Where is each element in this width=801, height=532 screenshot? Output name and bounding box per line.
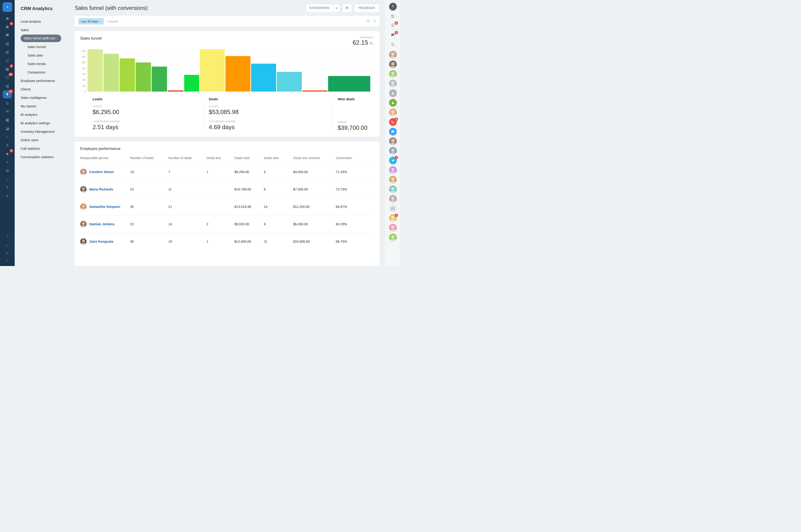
filter-chip-label: Last 30 days xyxy=(81,20,98,23)
sidebar-item-call-statistics[interactable]: Call statistics xyxy=(21,144,70,153)
documents-icon[interactable]: ▥ xyxy=(3,48,12,56)
funnel-bar-6[interactable] xyxy=(168,91,183,92)
feedback-button[interactable]: FEEDBACK xyxy=(354,4,379,13)
sidebar-item-comparison[interactable]: Comparison xyxy=(21,68,70,76)
funnel-bar-3[interactable] xyxy=(120,58,135,92)
telephony-calls[interactable]: 3 xyxy=(389,118,397,126)
filter-chip[interactable]: Last 30 days × xyxy=(78,18,104,24)
person-name-link[interactable]: Samantha Simpson xyxy=(89,205,120,209)
sidebar-item-lead-analysis[interactable]: Lead analysis xyxy=(21,17,70,26)
funnel-bar-10[interactable] xyxy=(251,64,276,92)
user-avatar[interactable] xyxy=(389,109,397,116)
extensions-button[interactable]: EXTENSIONS ▾ xyxy=(306,4,340,13)
sidebar-item-my-reports[interactable]: My reports xyxy=(21,102,70,110)
person-name-link[interactable]: Maria Richards xyxy=(89,188,113,191)
private-chat[interactable] xyxy=(389,89,397,97)
history-icon[interactable]: ↻ xyxy=(389,12,397,20)
user-avatar[interactable] xyxy=(389,224,397,232)
sidebar-item-sales-funnel[interactable]: Sales funnel xyxy=(21,42,70,51)
user-avatar[interactable]: 1 xyxy=(389,214,397,222)
stat-lifespan: Deal lifespan average4.69 days xyxy=(209,120,328,131)
funnel-bar-2[interactable] xyxy=(104,54,119,92)
funnel-bar-8[interactable] xyxy=(200,49,225,92)
close-menu-button[interactable]: × xyxy=(2,2,12,12)
person-name-link[interactable]: Caroline Simon xyxy=(89,170,114,174)
chip-remove-icon[interactable]: × xyxy=(100,20,102,23)
user-avatar[interactable] xyxy=(389,51,397,59)
catalog-icon[interactable]: ▩ xyxy=(3,116,12,124)
developer-icon[interactable]: ‹› xyxy=(3,133,12,141)
helpdesk-icon[interactable]: ? xyxy=(389,3,397,11)
e-store-icon[interactable]: ⊞ xyxy=(3,167,12,175)
sidebar-item-conversation-statistics[interactable]: Conversation statistics xyxy=(21,153,70,161)
search-icon[interactable] xyxy=(389,41,397,49)
table-cell: 64.29% xyxy=(336,215,374,233)
user-avatar[interactable] xyxy=(389,147,397,155)
bi-analytics-icon[interactable]: ◪ xyxy=(3,124,12,132)
funnel-bar-5[interactable] xyxy=(152,66,167,92)
person-name-link[interactable]: Zaire Kongsala xyxy=(89,240,113,243)
copilot-icon[interactable]: 1 xyxy=(389,32,397,39)
add-icon[interactable]: + xyxy=(3,257,12,264)
company-icon[interactable]: ⌂ xyxy=(3,175,12,183)
funnel-bar-4[interactable] xyxy=(135,62,151,92)
structure-icon[interactable]: ◇ xyxy=(3,242,12,249)
sidebar-item-sales-intelligence[interactable]: Sales Intelligence xyxy=(21,93,70,102)
employees-icon[interactable]: ◫ xyxy=(3,57,12,64)
drive-icon[interactable]: ▤ xyxy=(3,40,12,48)
user-avatar[interactable] xyxy=(389,60,397,68)
user-avatar[interactable] xyxy=(389,233,397,241)
settings-icon[interactable] xyxy=(3,249,12,256)
user-avatar[interactable] xyxy=(389,176,397,184)
sidebar-item-inventory-management[interactable]: Inventory Management xyxy=(21,127,70,136)
user-avatar[interactable] xyxy=(389,70,397,78)
done-icon[interactable]: ✔ xyxy=(3,192,12,200)
funnel-bar-13[interactable] xyxy=(328,76,370,92)
sign-icon[interactable]: ✎ xyxy=(3,184,12,192)
crm-icon[interactable]: 17 xyxy=(3,91,12,98)
sidebar-item-sales-trends[interactable]: Sales trends xyxy=(21,59,70,68)
help-icon[interactable]: ? xyxy=(3,234,12,241)
sidebar-item-bi-analytics[interactable]: BI analytics xyxy=(21,110,70,119)
mail-icon[interactable]: ✉ xyxy=(3,107,12,115)
support-bot[interactable] xyxy=(389,128,397,135)
contact-center[interactable] xyxy=(389,205,397,212)
sidebar-item-employee-performance[interactable]: Employee performance xyxy=(21,76,70,85)
messenger-icon[interactable] xyxy=(3,31,12,39)
user-avatar[interactable] xyxy=(389,137,397,145)
user-avatar[interactable] xyxy=(389,80,397,88)
funnel-bar-1[interactable] xyxy=(88,49,103,92)
user-avatar[interactable] xyxy=(389,186,397,193)
tasks-icon[interactable]: ☑27 xyxy=(3,74,12,81)
sidebar-item-online-store[interactable]: Online store xyxy=(21,136,70,144)
live-feed-icon[interactable]: ◉ xyxy=(3,14,12,22)
chevron-down-icon[interactable]: ▾ xyxy=(333,4,340,12)
settings-button[interactable] xyxy=(342,4,352,13)
filter-search-bar[interactable]: Last 30 days × + search × xyxy=(75,16,379,26)
calendar-icon[interactable]: ▦1 xyxy=(3,65,12,73)
funnel-bar-7[interactable] xyxy=(184,75,199,92)
workspace-icon[interactable]: ▣4 xyxy=(3,23,12,31)
marketing-icon[interactable]: ◎ xyxy=(3,99,12,107)
sidebar-item-clients[interactable]: Clients xyxy=(21,85,70,93)
clear-filter-icon[interactable]: × xyxy=(374,19,376,23)
crm-card-icon[interactable]: ▧ xyxy=(3,82,12,90)
sidebar-item-sales-funnel-with-con[interactable]: Sales funnel (with con... xyxy=(21,35,61,42)
filters-icon[interactable]: ≡ xyxy=(3,158,12,166)
funnel-bar-11[interactable] xyxy=(277,72,302,92)
secure-chat[interactable] xyxy=(389,99,397,107)
market-icon[interactable]: ◆2 xyxy=(3,150,12,158)
sidebar-item-sales[interactable]: Sales xyxy=(21,26,70,34)
automation-icon[interactable]: A xyxy=(3,141,12,149)
search-placeholder[interactable]: + search xyxy=(106,20,366,23)
funnel-bar-12[interactable] xyxy=(303,91,327,92)
search-icon[interactable] xyxy=(366,19,370,24)
sidebar-item-bi-analytics-settings[interactable]: BI analytics settings xyxy=(21,119,70,127)
user-avatar[interactable] xyxy=(389,166,397,174)
funnel-bar-9[interactable] xyxy=(225,56,251,92)
telegram-channel[interactable]: 1 xyxy=(389,156,397,164)
user-avatar[interactable] xyxy=(389,195,397,203)
sidebar-item-sales-plan[interactable]: Sales plan xyxy=(21,51,70,59)
person-name-link[interactable]: Damian Jenkins xyxy=(89,222,114,226)
notifications-icon[interactable]: 9 xyxy=(389,22,397,30)
